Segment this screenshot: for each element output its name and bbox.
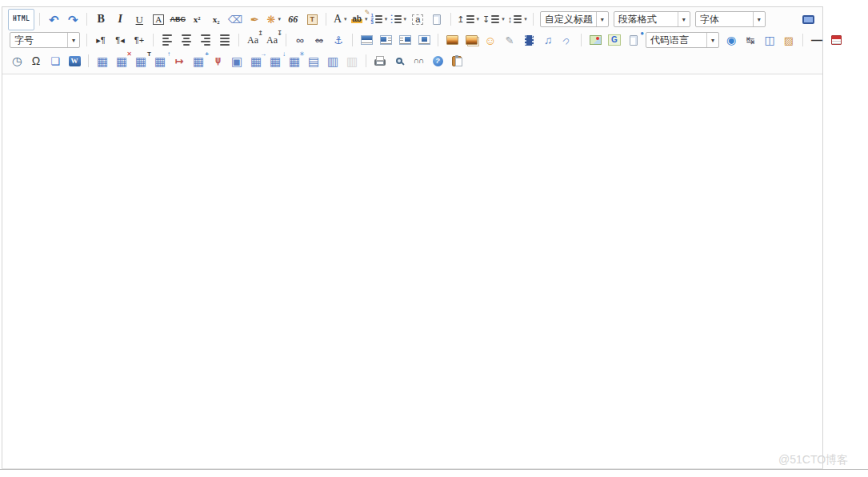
highlight-color-button[interactable]: ab✎▾ bbox=[350, 10, 368, 29]
bold-button[interactable]: B bbox=[92, 10, 110, 29]
highlight-color-dropdown-arrow-icon[interactable]: ▾ bbox=[365, 16, 368, 22]
clear-document-button[interactable] bbox=[428, 10, 446, 29]
code-language-dropdown-arrow-icon[interactable]: ▾ bbox=[706, 33, 718, 47]
first-line-indent-button[interactable]: ¶+ bbox=[130, 31, 148, 50]
insert-image-button[interactable] bbox=[443, 31, 461, 50]
insert-music-button[interactable]: ♫ bbox=[539, 31, 557, 50]
merge-cells-button[interactable]: ▣ bbox=[228, 52, 246, 70]
horizontal-rule-button[interactable]: — bbox=[808, 31, 826, 50]
paragraph-format-select[interactable]: 段落格式▾ bbox=[614, 11, 690, 27]
image-center-button[interactable] bbox=[415, 31, 433, 50]
justify-full-button[interactable] bbox=[216, 31, 234, 50]
delete-column-button[interactable]: ⋔ bbox=[209, 52, 226, 70]
paragraph-spacing-top-dropdown-arrow-icon[interactable]: ▾ bbox=[477, 16, 480, 22]
template-button[interactable]: ◫ bbox=[761, 31, 778, 50]
background-button[interactable]: ▨ bbox=[780, 31, 798, 50]
direction-rtl-button[interactable]: ¶◂ bbox=[111, 31, 129, 50]
insert-column-button[interactable]: ▦+ bbox=[190, 52, 207, 70]
select-all-button[interactable]: a bbox=[409, 10, 426, 29]
justify-left-button[interactable] bbox=[158, 31, 176, 50]
insert-iframe-button[interactable]: ● bbox=[625, 31, 642, 50]
font-size-select[interactable]: 字号▾ bbox=[10, 32, 80, 48]
attachment-button[interactable]: ∩ bbox=[558, 31, 576, 50]
font-color-dropdown-arrow-icon[interactable]: ▾ bbox=[344, 16, 347, 22]
word-image-import-button[interactable]: W bbox=[66, 52, 83, 70]
remove-link-button[interactable]: ∞ bbox=[310, 31, 328, 50]
custom-title-select[interactable]: 自定义标题▾ bbox=[540, 11, 609, 27]
unordered-list-button[interactable]: •••▾ bbox=[390, 10, 407, 29]
to-lowercase-button[interactable]: Aa↧ bbox=[263, 31, 281, 50]
delete-row-button[interactable]: ↦ bbox=[170, 52, 188, 70]
special-characters-button[interactable]: Ω bbox=[27, 52, 45, 70]
emotion-button[interactable]: ☺ bbox=[482, 31, 499, 50]
page-break-button[interactable]: ↹ bbox=[742, 31, 759, 50]
merge-down-button[interactable]: ▦↓ bbox=[266, 52, 284, 70]
insert-video-button[interactable] bbox=[520, 31, 538, 50]
justify-right-button[interactable] bbox=[197, 31, 214, 50]
auto-typeset-dropdown-arrow-icon[interactable]: ▾ bbox=[278, 16, 281, 22]
format-painter-button[interactable]: ✒ bbox=[246, 10, 263, 29]
print-button[interactable] bbox=[371, 52, 389, 70]
code-language-select[interactable]: 代码语言▾ bbox=[646, 32, 719, 48]
line-height-button[interactable]: ↕▾ bbox=[507, 10, 528, 29]
paragraph-before-table-button[interactable]: ▦T bbox=[132, 52, 150, 70]
underline-button[interactable]: U bbox=[130, 10, 148, 29]
paragraph-spacing-top-button[interactable]: ↥▾ bbox=[456, 10, 480, 29]
redo-button[interactable]: ↷ bbox=[64, 10, 82, 29]
paragraph-spacing-bottom-button[interactable]: ↧▾ bbox=[482, 10, 506, 29]
paragraph-format-dropdown-arrow-icon[interactable]: ▾ bbox=[678, 12, 690, 26]
ordered-list-button[interactable]: 123▾ bbox=[370, 10, 388, 29]
editor-toolbar: HTML↶↷BIUAABCx²x₂⌫✒❋▾66TA▾ab✎▾123▾•••▾a↥… bbox=[2, 7, 822, 74]
line-height-dropdown-arrow-icon[interactable]: ▾ bbox=[524, 16, 527, 22]
paragraph-spacing-bottom-dropdown-arrow-icon[interactable]: ▾ bbox=[502, 16, 505, 22]
split-rows-button[interactable]: ▤ bbox=[305, 52, 322, 70]
insert-row-button[interactable]: ▦↑ bbox=[151, 52, 169, 70]
ordered-list-dropdown-arrow-icon[interactable]: ▾ bbox=[385, 16, 388, 22]
image-float-left-button[interactable] bbox=[377, 31, 394, 50]
snapscreen-button[interactable]: ❏ bbox=[46, 52, 64, 70]
undo-button[interactable]: ↶ bbox=[45, 10, 62, 29]
search-replace-button[interactable]: ∩∩ bbox=[410, 52, 427, 70]
anchor-button[interactable]: ⚓ bbox=[330, 31, 347, 50]
font-size-dropdown-arrow-icon[interactable]: ▾ bbox=[67, 33, 79, 47]
split-columns-button[interactable]: ▥ bbox=[324, 52, 342, 70]
preview-button[interactable] bbox=[390, 52, 408, 70]
custom-title-dropdown-arrow-icon[interactable]: ▾ bbox=[596, 12, 608, 26]
insert-time-button[interactable]: ◷ bbox=[8, 52, 26, 70]
superscript-button[interactable]: x² bbox=[188, 10, 206, 29]
remove-format-button[interactable]: ⌫ bbox=[226, 10, 244, 29]
insert-map-button[interactable] bbox=[586, 31, 604, 50]
justify-center-button[interactable] bbox=[178, 31, 195, 50]
editor-content-area[interactable] bbox=[2, 74, 822, 468]
image-inline-button[interactable] bbox=[358, 31, 375, 50]
unordered-list-dropdown-arrow-icon[interactable]: ▾ bbox=[404, 16, 407, 22]
font-family-dropdown-arrow-icon[interactable]: ▾ bbox=[753, 12, 765, 26]
paste-plain-text-button[interactable]: T bbox=[303, 10, 321, 29]
font-family-select[interactable]: 字体▾ bbox=[695, 11, 766, 27]
insert-table-button[interactable]: ▦ bbox=[94, 52, 111, 70]
special-characters-icon: Ω bbox=[32, 55, 40, 66]
image-float-right-button[interactable] bbox=[396, 31, 414, 50]
font-color-button[interactable]: A▾ bbox=[331, 10, 349, 29]
insert-link-button[interactable]: ∞ bbox=[291, 31, 309, 50]
blockquote-button[interactable]: 66 bbox=[284, 10, 302, 29]
help-button[interactable]: ? bbox=[429, 52, 446, 70]
fullscreen-button[interactable] bbox=[799, 10, 817, 29]
to-uppercase-button[interactable]: Aa↥ bbox=[244, 31, 262, 50]
split-cells-button[interactable]: ▦✳ bbox=[286, 52, 303, 70]
strikethrough-button[interactable]: ABC bbox=[169, 10, 186, 29]
google-map-button[interactable]: G bbox=[606, 31, 623, 50]
source-button[interactable]: HTML bbox=[8, 9, 34, 30]
direction-ltr-button[interactable]: ▸¶ bbox=[92, 31, 110, 50]
scrawl-button[interactable]: ✎ bbox=[501, 31, 518, 50]
merge-right-button[interactable]: ▦→ bbox=[247, 52, 265, 70]
multi-image-upload-button[interactable] bbox=[462, 31, 480, 50]
subscript-button[interactable]: x₂ bbox=[207, 10, 225, 29]
font-border-button[interactable]: A bbox=[150, 10, 167, 29]
delete-table-button[interactable]: ▦✕ bbox=[113, 52, 130, 70]
insert-date-button[interactable] bbox=[827, 31, 845, 50]
auto-typeset-button[interactable]: ❋▾ bbox=[265, 10, 282, 29]
insert-code-button[interactable]: ◉ bbox=[722, 31, 740, 50]
italic-button[interactable]: I bbox=[111, 10, 129, 29]
drafts-button[interactable] bbox=[448, 52, 466, 70]
